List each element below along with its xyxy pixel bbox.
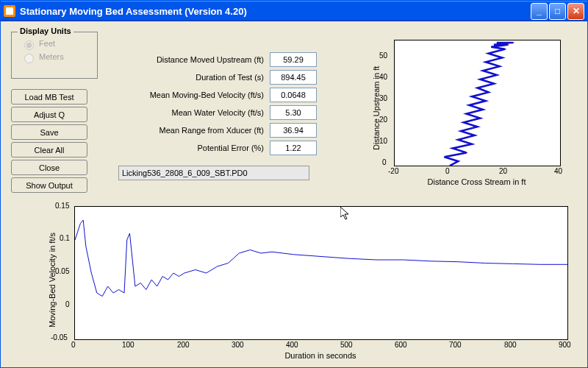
perr-label: Potential Error (%) — [118, 144, 270, 152]
units-feet-row: Feet — [21, 38, 91, 50]
vel-ytick: 0.15 — [55, 202, 69, 210]
vel-xtick: 200 — [177, 341, 190, 349]
window-close-button[interactable]: ✕ — [567, 3, 584, 20]
show-output-button[interactable]: Show Output — [11, 177, 87, 193]
vel-xtick: 100 — [122, 341, 135, 349]
load-mb-test-button[interactable]: Load MB Test — [11, 89, 87, 105]
velocity-plot: Moving-Bed Velocity in ft/s Duration in … — [45, 202, 574, 364]
vel-xtick: 500 — [340, 341, 353, 349]
dist-up-label: Distance Moved Upstream (ft) — [118, 55, 270, 64]
units-feet-label: Feet — [39, 39, 55, 48]
velocity-plot-svg — [75, 207, 567, 339]
vel-ylabel: Moving-Bed Velocity in ft/s — [48, 233, 57, 328]
mbvel-value: 0.0648 — [270, 88, 317, 102]
vel-xtick: 800 — [504, 341, 517, 349]
track-ytick: 10 — [379, 137, 387, 145]
vel-ytick: 0.05 — [55, 267, 69, 275]
track-xtick: 20 — [499, 167, 507, 175]
track-ytick: 30 — [379, 94, 387, 102]
perr-value: 1.22 — [270, 141, 317, 155]
vel-ytick: 0 — [65, 300, 70, 308]
units-meters-label: Meters — [39, 52, 64, 61]
track-xtick: 40 — [554, 167, 562, 175]
window-title: Stationary Moving Bed Assessment (Versio… — [20, 6, 247, 17]
vel-xtick: 300 — [232, 341, 244, 349]
wvel-label: Mean Water Velocity (ft/s) — [118, 108, 270, 117]
adjust-q-button[interactable]: Adjust Q — [11, 107, 87, 122]
units-feet-radio[interactable] — [24, 40, 34, 50]
track-ytick: 40 — [379, 73, 387, 81]
save-button[interactable]: Save — [11, 124, 87, 140]
minimize-button[interactable]: _ — [531, 3, 548, 20]
vel-xtick: 700 — [449, 341, 462, 349]
vel-xtick: 0 — [71, 341, 76, 349]
dist-up-value: 59.29 — [270, 52, 317, 67]
track-ytick: 0 — [382, 158, 387, 166]
wvel-value: 5.30 — [270, 105, 317, 120]
maximize-button[interactable]: □ — [549, 3, 566, 20]
app-window: Stationary Moving Bed Assessment (Versio… — [0, 0, 588, 368]
content-area: Display Units Feet Meters Load MB Test A… — [1, 21, 587, 367]
display-units-group: Display Units Feet Meters — [11, 32, 98, 79]
vel-xlabel: Duration in seconds — [74, 351, 567, 360]
filename-box: Licking536_2808_6_009_SBT.PD0 — [118, 166, 309, 180]
track-xtick: 0 — [445, 167, 450, 175]
track-ytick: 50 — [379, 52, 387, 60]
action-buttons: Load MB Test Adjust Q Save Clear All Clo… — [11, 89, 87, 195]
titlebar: Stationary Moving Bed Assessment (Versio… — [1, 1, 587, 21]
vel-xtick: 600 — [395, 341, 407, 349]
vel-xtick: 400 — [286, 341, 298, 349]
range-value: 36.94 — [270, 123, 317, 138]
results-fields: Distance Moved Upstream (ft)59.29 Durati… — [118, 51, 317, 157]
track-plot: Distance Upstream in ft Distance Cross S… — [365, 36, 570, 191]
units-meters-radio[interactable] — [24, 54, 34, 63]
units-meters-row: Meters — [21, 52, 91, 63]
track-ytick: 20 — [379, 116, 387, 124]
vel-xtick: 900 — [559, 341, 571, 349]
track-plot-svg — [395, 40, 560, 166]
close-button[interactable]: Close — [11, 160, 87, 175]
vel-ytick: -0.05 — [51, 333, 68, 342]
track-xlabel: Distance Cross Stream in ft — [394, 177, 559, 186]
track-plot-axes — [394, 40, 561, 166]
track-xtick: -20 — [388, 167, 398, 175]
duration-label: Duration of Test (s) — [118, 73, 270, 82]
vel-ytick: 0.1 — [60, 234, 70, 242]
velocity-plot-axes — [74, 206, 568, 340]
clear-all-button[interactable]: Clear All — [11, 142, 87, 158]
display-units-legend: Display Units — [18, 26, 74, 35]
app-icon — [4, 5, 15, 17]
range-label: Mean Range from Xducer (ft) — [118, 126, 270, 135]
duration-value: 894.45 — [270, 70, 317, 85]
mbvel-label: Mean Moving-Bed Velocity (ft/s) — [118, 91, 270, 99]
